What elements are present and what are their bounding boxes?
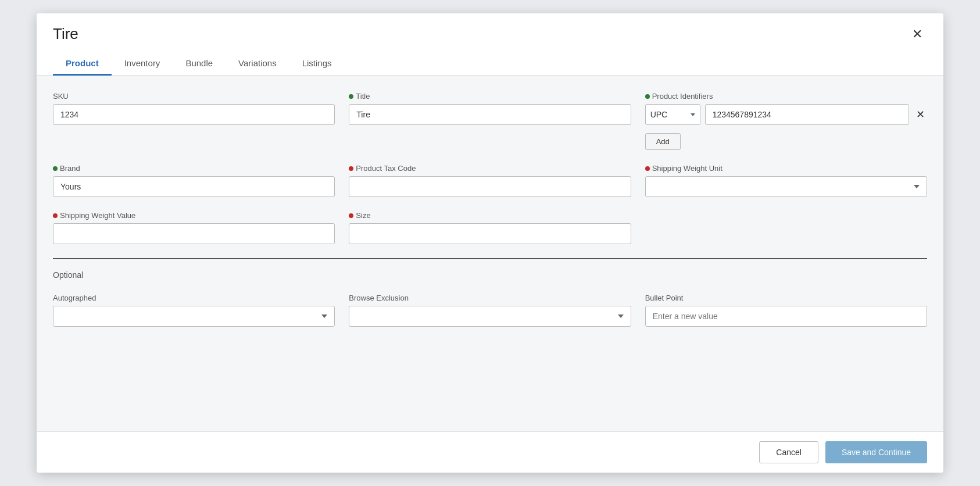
sku-group: SKU: [53, 92, 335, 150]
browse-exclusion-label: Browse Exclusion: [349, 294, 631, 302]
bullet-point-label: Bullet Point: [645, 294, 927, 302]
size-label: Size: [349, 211, 631, 220]
size-group: Size: [349, 211, 631, 244]
form-row-1: SKU Title Product Identifier: [53, 92, 927, 150]
browse-exclusion-group: Browse Exclusion Yes No: [349, 294, 631, 327]
title-group: Title: [349, 92, 631, 150]
brand-label: Brand: [53, 164, 335, 173]
shipping-weight-value-required-dot: [53, 213, 58, 218]
title-label: Title: [349, 92, 631, 101]
shipping-weight-value-label: Shipping Weight Value: [53, 211, 335, 220]
product-tax-code-required-dot: [349, 166, 353, 171]
tab-bar: Product Inventory Bundle Variations List…: [53, 52, 927, 75]
modal-body: SKU Title Product Identifier: [37, 76, 943, 431]
tab-inventory[interactable]: Inventory: [112, 52, 173, 76]
tab-variations[interactable]: Variations: [226, 52, 289, 76]
section-divider: [53, 258, 927, 259]
form-row-2: Brand Product Tax Code Shipp: [53, 164, 927, 197]
optional-section-label: Optional: [53, 270, 927, 280]
sku-input[interactable]: [53, 104, 335, 125]
product-tax-code-input[interactable]: [349, 176, 631, 197]
product-tax-code-label: Product Tax Code: [349, 164, 631, 173]
identifier-type-select[interactable]: UPC EAN ASIN ISBN: [645, 104, 700, 125]
empty-col: [645, 211, 927, 244]
shipping-weight-unit-required-dot: [645, 166, 650, 171]
brand-input[interactable]: [53, 176, 335, 197]
sku-label: SKU: [53, 92, 335, 101]
shipping-weight-unit-group: Shipping Weight Unit lb kg oz g: [645, 164, 927, 197]
identifier-value-input[interactable]: [705, 104, 909, 125]
modal: Tire ✕ Product Inventory Bundle Variatio…: [37, 13, 943, 473]
tab-bundle[interactable]: Bundle: [173, 52, 226, 76]
modal-footer: Cancel Save and Continue: [37, 431, 943, 473]
bullet-point-input[interactable]: [645, 306, 927, 327]
shipping-weight-unit-select[interactable]: lb kg oz g: [645, 176, 927, 197]
shipping-weight-value-input[interactable]: [53, 223, 335, 244]
identifier-row: UPC EAN ASIN ISBN ✕: [645, 104, 927, 125]
size-required-dot: [349, 213, 353, 218]
autographed-label: Autographed: [53, 294, 335, 302]
shipping-weight-unit-label: Shipping Weight Unit: [645, 164, 927, 173]
modal-overlay: Tire ✕ Product Inventory Bundle Variatio…: [0, 0, 980, 486]
tab-listings[interactable]: Listings: [289, 52, 345, 76]
title-input[interactable]: [349, 104, 631, 125]
add-identifier-button[interactable]: Add: [645, 133, 681, 150]
brand-required-dot: [53, 166, 58, 171]
identifier-clear-button[interactable]: ✕: [914, 108, 927, 121]
bullet-point-group: Bullet Point: [645, 294, 927, 327]
tab-product[interactable]: Product: [53, 52, 112, 76]
autographed-select[interactable]: Yes No: [53, 306, 335, 327]
save-and-continue-button[interactable]: Save and Continue: [825, 441, 927, 463]
modal-title: Tire: [53, 25, 78, 43]
modal-header: Tire ✕ Product Inventory Bundle Variatio…: [37, 13, 943, 76]
brand-group: Brand: [53, 164, 335, 197]
product-identifiers-required-dot: [645, 94, 650, 99]
autographed-group: Autographed Yes No: [53, 294, 335, 327]
form-row-optional: Autographed Yes No Browse Exclusion: [53, 294, 927, 327]
product-tax-code-group: Product Tax Code: [349, 164, 631, 197]
browse-exclusion-select[interactable]: Yes No: [349, 306, 631, 327]
shipping-weight-value-group: Shipping Weight Value: [53, 211, 335, 244]
title-required-dot: [349, 94, 353, 99]
product-identifiers-group: Product Identifiers UPC EAN ASIN ISBN ✕: [645, 92, 927, 150]
form-row-3: Shipping Weight Value Size: [53, 211, 927, 244]
close-button[interactable]: ✕: [907, 26, 927, 43]
product-identifiers-label: Product Identifiers: [645, 92, 927, 101]
size-input[interactable]: [349, 223, 631, 244]
cancel-button[interactable]: Cancel: [759, 441, 818, 463]
